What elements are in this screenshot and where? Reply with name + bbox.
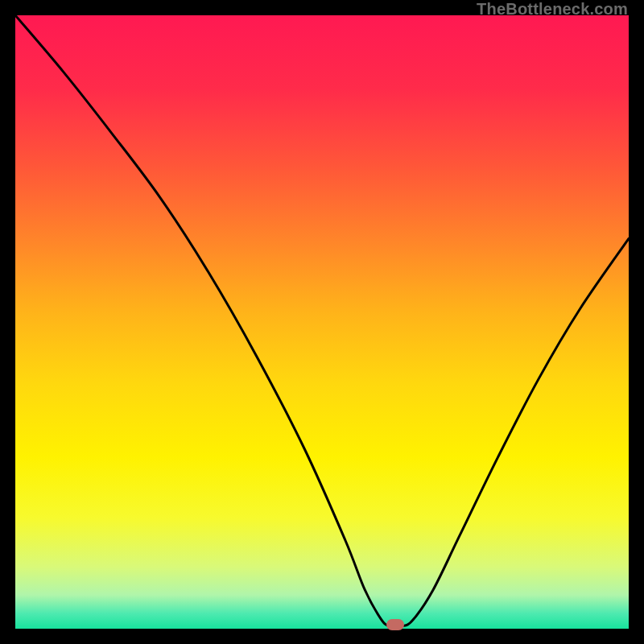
- chart-stage: TheBottleneck.com: [0, 0, 644, 644]
- bottleneck-curve: [15, 15, 629, 629]
- watermark-text: TheBottleneck.com: [477, 0, 628, 19]
- optimal-point-marker: [386, 619, 404, 630]
- plot-area: [15, 15, 629, 629]
